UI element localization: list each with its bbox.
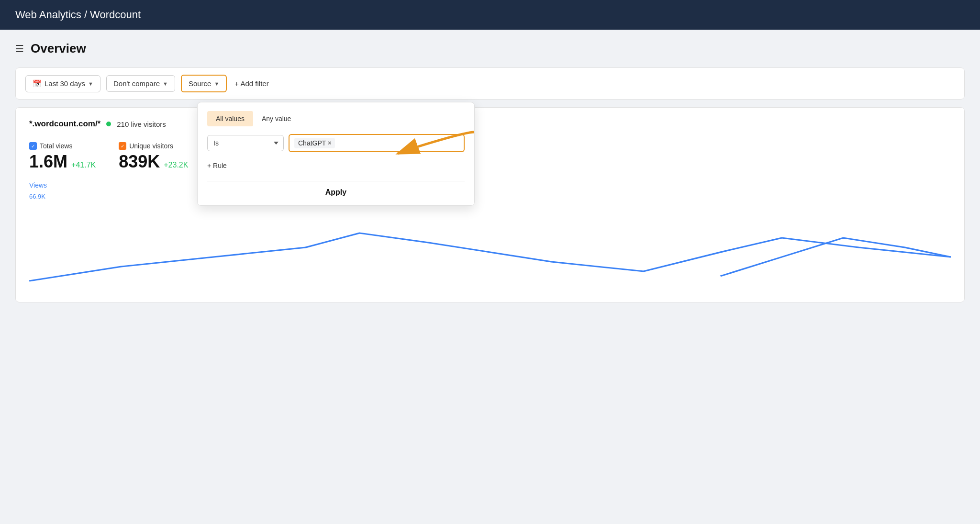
compare-button[interactable]: Don't compare ▼ — [106, 75, 175, 92]
views-subvalue: 66.9K — [29, 193, 45, 200]
chart-area — [29, 204, 951, 290]
page-title: Overview — [31, 41, 86, 56]
chart-svg — [29, 204, 951, 290]
overview-row: ☰ Overview — [15, 41, 965, 56]
compare-chevron-icon: ▼ — [163, 81, 168, 87]
unique-visitors-label-row: ✓ Unique visitors — [119, 142, 188, 150]
date-range-button[interactable]: 📅 Last 30 days ▼ — [25, 75, 100, 92]
compare-label: Don't compare — [113, 79, 160, 88]
value-tabs: All values Any value — [207, 111, 465, 126]
total-views-value: 1.6M +41.7K — [29, 152, 96, 172]
total-views-label: Total views — [40, 142, 72, 150]
chatgpt-tag-label: ChatGPT — [298, 139, 326, 147]
rule-row: Is ChatGPT × — [207, 134, 465, 152]
source-chevron-icon: ▼ — [214, 81, 219, 87]
hamburger-icon[interactable]: ☰ — [15, 43, 24, 55]
add-rule-button[interactable]: + Rule — [207, 160, 227, 171]
checkmark-icon: ✓ — [121, 144, 124, 149]
filter-bar: 📅 Last 30 days ▼ Don't compare ▼ Source … — [15, 67, 965, 100]
total-views-checkbox[interactable]: ✓ — [29, 142, 37, 150]
tab-any-value[interactable]: Any value — [253, 111, 300, 126]
live-dot-icon — [106, 122, 111, 126]
apply-button[interactable]: Apply — [207, 188, 465, 197]
live-visitors: 210 live visitors — [117, 120, 166, 128]
add-filter-label: + Add filter — [234, 79, 268, 88]
stats-row: ✓ Total views 1.6M +41.7K ✓ Unique visit… — [29, 142, 951, 172]
stat-unique-visitors: ✓ Unique visitors 839K +23.2K — [119, 142, 188, 172]
chatgpt-tag: ChatGPT × — [294, 138, 335, 148]
unique-visitors-value: 839K +23.2K — [119, 152, 188, 172]
source-dropdown: All values Any value Is ChatGPT × + Rule — [197, 102, 475, 206]
total-views-label-row: ✓ Total views — [29, 142, 96, 150]
date-range-chevron-icon: ▼ — [88, 81, 93, 87]
filter-and-dropdown: 📅 Last 30 days ▼ Don't compare ▼ Source … — [15, 67, 965, 100]
total-views-delta: +41.7K — [71, 161, 96, 169]
unique-visitors-label: Unique visitors — [129, 142, 173, 150]
page-content: ☰ Overview 📅 Last 30 days ▼ Don't compar… — [0, 30, 980, 314]
is-select[interactable]: Is — [207, 135, 284, 151]
site-name: *.wordcount.com/* — [29, 119, 100, 129]
chatgpt-tag-input[interactable]: ChatGPT × — [289, 134, 465, 152]
dropdown-divider — [207, 181, 465, 181]
topbar-title: Web Analytics / Wordcount — [15, 9, 141, 21]
unique-visitors-checkbox[interactable]: ✓ — [119, 142, 126, 150]
calendar-icon: 📅 — [33, 79, 42, 88]
checkmark-icon: ✓ — [31, 144, 35, 149]
views-link[interactable]: Views — [29, 181, 951, 189]
topbar: Web Analytics / Wordcount — [0, 0, 980, 30]
date-range-label: Last 30 days — [45, 79, 85, 88]
add-filter-button[interactable]: + Add filter — [233, 76, 270, 91]
main-card: *.wordcount.com/* 210 live visitors ✓ To… — [15, 107, 965, 302]
add-rule-label: + Rule — [207, 162, 227, 169]
chatgpt-tag-close-icon[interactable]: × — [328, 140, 331, 146]
unique-visitors-delta: +23.2K — [164, 161, 188, 169]
source-label: Source — [189, 79, 212, 88]
tab-all-values[interactable]: All values — [207, 111, 253, 126]
stat-total-views: ✓ Total views 1.6M +41.7K — [29, 142, 96, 172]
source-button[interactable]: Source ▼ — [181, 75, 227, 92]
site-row: *.wordcount.com/* 210 live visitors — [29, 119, 951, 129]
